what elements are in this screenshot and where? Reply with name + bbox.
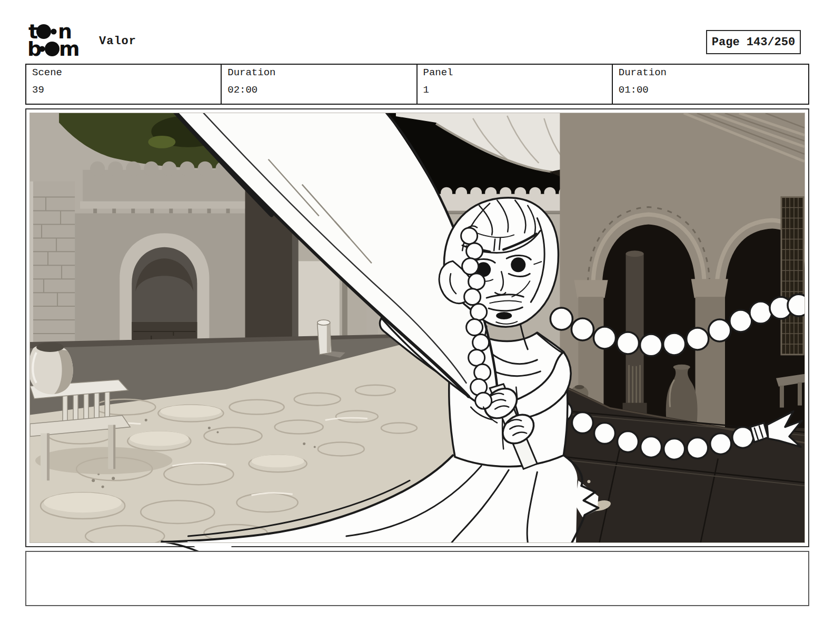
- page-number-box: Page 143/250: [706, 30, 801, 54]
- info-label: Duration: [619, 67, 802, 79]
- logo-dot-icon: [39, 46, 45, 52]
- storyboard-image: [30, 113, 805, 542]
- logo-dot-icon: [36, 24, 51, 39]
- info-value: 39: [32, 85, 215, 96]
- toonboom-logo: t n b m: [27, 22, 94, 58]
- brick-pillar: [30, 182, 75, 360]
- info-label: Panel: [423, 67, 606, 79]
- storyboard-panel-frame: [25, 108, 809, 547]
- info-cell-panel: Panel 1: [418, 65, 613, 104]
- info-cell-scene: Scene 39: [26, 65, 222, 104]
- info-cell-panel-duration: Duration 01:00: [613, 65, 808, 104]
- info-table: Scene 39 Duration 02:00 Panel 1 Duration…: [25, 64, 809, 105]
- info-value: 1: [423, 85, 606, 96]
- storyboard-page: t n b m Valor Page 143/250 Scene 39 Dura…: [0, 0, 834, 644]
- info-value: 02:00: [227, 85, 410, 96]
- logo-dot-icon: [51, 29, 57, 35]
- lattice-window: [781, 197, 803, 355]
- logo-letter: m: [59, 37, 80, 58]
- info-cell-scene-duration: Duration 02:00: [222, 65, 417, 104]
- info-label: Duration: [227, 67, 410, 79]
- caption-box: [25, 551, 809, 606]
- logo-dot-icon: [45, 42, 59, 56]
- project-title: Valor: [99, 35, 136, 48]
- info-label: Scene: [32, 67, 215, 79]
- info-value: 01:00: [619, 85, 802, 96]
- eye-pupil: [511, 257, 525, 272]
- clay-pot: [28, 343, 73, 395]
- right-arcade: [560, 113, 805, 445]
